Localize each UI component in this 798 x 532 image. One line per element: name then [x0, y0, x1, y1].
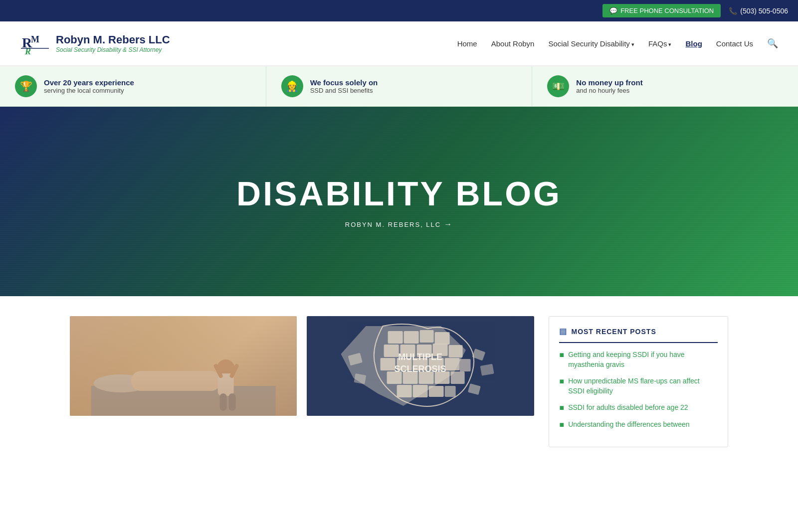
feature-experience: 🏆 Over 20 years experience serving the l… — [0, 66, 266, 106]
feature-fees-title: No money up front — [576, 78, 642, 87]
nav-contact[interactable]: Contact Us — [716, 39, 753, 48]
hero-title: DISABILITY BLOG — [236, 174, 562, 213]
svg-rect-31 — [419, 371, 434, 384]
svg-rect-41 — [480, 364, 494, 376]
main-nav: Home About Robyn Social Security Disabil… — [457, 38, 778, 49]
blog-image-person — [70, 316, 297, 416]
chat-icon: 💬 — [609, 7, 617, 14]
bullet-icon-3: ■ — [559, 403, 564, 412]
svg-rect-29 — [387, 371, 402, 384]
logo-text: Robyn M. Rebers LLC Social Security Disa… — [56, 33, 170, 53]
svg-rect-8 — [218, 373, 234, 396]
phone-display: 📞 (503) 505-0506 — [729, 7, 788, 15]
sidebar-card-title: ▤ MOST RECENT POSTS — [559, 327, 718, 343]
nav-blog[interactable]: Blog — [685, 39, 702, 48]
feature-experience-sub: serving the local community — [44, 87, 134, 94]
feature-fees: 💵 No money up front and no hourly fees — [532, 66, 798, 106]
hero-section: DISABILITY BLOG ROBYN M. REBERS, LLC → — [0, 107, 798, 296]
svg-rect-6 — [131, 371, 221, 391]
sidebar: ▤ MOST RECENT POSTS ■ Getting and keepin… — [549, 316, 728, 447]
money-icon: 💵 — [547, 75, 569, 97]
sidebar-post-link-3[interactable]: SSDI for adults disabled before age 22 — [568, 403, 688, 413]
search-icon[interactable]: 🔍 — [767, 38, 778, 49]
svg-rect-25 — [413, 358, 428, 370]
svg-rect-17 — [435, 332, 450, 345]
sidebar-post-link-1[interactable]: Getting and keeping SSDI if you have mya… — [568, 350, 718, 369]
svg-rect-30 — [403, 371, 418, 384]
svg-rect-35 — [413, 385, 428, 397]
svg-rect-27 — [445, 358, 460, 370]
sidebar-title-text: MOST RECENT POSTS — [571, 328, 656, 336]
feature-experience-title: Over 20 years experience — [44, 78, 134, 87]
breadcrumb-arrow: → — [444, 220, 453, 229]
sidebar-post-2[interactable]: ■ How unpredictable MS flare-ups can aff… — [559, 376, 718, 396]
svg-rect-14 — [388, 331, 403, 344]
svg-line-10 — [232, 366, 237, 376]
nav-ssd[interactable]: Social Security Disability — [548, 39, 634, 48]
nav-faqs[interactable]: FAQs — [648, 39, 672, 48]
svg-rect-38 — [348, 353, 363, 366]
worker-icon: 👷 — [281, 75, 303, 97]
breadcrumb-link[interactable]: ROBYN M. REBERS, LLC — [345, 221, 441, 228]
svg-rect-20 — [417, 345, 432, 357]
hero-breadcrumb: ROBYN M. REBERS, LLC → — [345, 220, 453, 229]
svg-rect-16 — [420, 330, 434, 343]
nav-home[interactable]: Home — [457, 39, 477, 48]
phone-icon: 📞 — [729, 7, 737, 15]
logo-title: Robyn M. Rebers LLC — [56, 33, 170, 46]
svg-rect-15 — [404, 331, 419, 344]
svg-text:MULTIPLE: MULTIPLE — [399, 352, 443, 362]
feature-focus-sub: SSD and SSI benefits — [310, 87, 378, 94]
list-icon: ▤ — [559, 327, 567, 336]
svg-rect-21 — [433, 344, 448, 356]
consultation-button[interactable]: 💬 FREE PHONE CONSULTATION — [602, 4, 721, 17]
svg-rect-11 — [220, 393, 227, 411]
logo-icon: R M R — [20, 28, 50, 58]
svg-rect-23 — [381, 358, 396, 370]
logo-subtitle: Social Security Disability & SSI Attorne… — [56, 46, 170, 53]
bullet-icon-1: ■ — [559, 351, 564, 359]
recent-posts-card: ▤ MOST RECENT POSTS ■ Getting and keepin… — [549, 316, 728, 447]
top-bar: 💬 FREE PHONE CONSULTATION 📞 (503) 505-05… — [0, 0, 798, 21]
sidebar-post-link-2[interactable]: How unpredictable MS flare-ups can affec… — [568, 376, 718, 396]
trophy-icon: 🏆 — [15, 75, 37, 97]
ms-illustration: MULTIPLE SCLEROSIS — [307, 316, 534, 416]
svg-rect-39 — [354, 373, 367, 384]
person-illustration — [70, 316, 297, 416]
svg-rect-28 — [460, 359, 471, 371]
svg-rect-36 — [429, 386, 444, 397]
blog-posts-area: MULTIPLE SCLEROSIS — [70, 316, 534, 447]
blog-card-1 — [70, 316, 297, 447]
blog-image-ms: MULTIPLE SCLEROSIS — [307, 316, 534, 416]
svg-text:SCLEROSIS: SCLEROSIS — [395, 364, 446, 374]
nav-about[interactable]: About Robyn — [491, 39, 535, 48]
logo-area[interactable]: R M R Robyn M. Rebers LLC Social Securit… — [20, 28, 170, 58]
svg-text:R: R — [24, 46, 31, 56]
svg-point-5 — [94, 374, 149, 392]
feature-fees-sub: and no hourly fees — [576, 87, 642, 94]
consultation-label: FREE PHONE CONSULTATION — [620, 7, 714, 14]
svg-rect-32 — [435, 371, 450, 384]
feature-focus-text: We focus solely on SSD and SSI benefits — [310, 78, 378, 94]
svg-rect-26 — [429, 358, 444, 370]
svg-line-9 — [216, 366, 221, 376]
svg-point-7 — [217, 359, 235, 377]
svg-rect-12 — [229, 393, 236, 411]
site-header: R M R Robyn M. Rebers LLC Social Securit… — [0, 21, 798, 66]
sidebar-post-link-4[interactable]: Understanding the differences between — [568, 420, 689, 430]
feature-experience-text: Over 20 years experience serving the loc… — [44, 78, 134, 94]
sidebar-post-1[interactable]: ■ Getting and keeping SSDI if you have m… — [559, 350, 718, 369]
feature-focus: 👷 We focus solely on SSD and SSI benefit… — [266, 66, 533, 106]
bullet-icon-2: ■ — [559, 377, 564, 386]
sidebar-post-4[interactable]: ■ Understanding the differences between — [559, 420, 718, 430]
sidebar-post-3[interactable]: ■ SSDI for adults disabled before age 22 — [559, 403, 718, 413]
svg-rect-19 — [400, 345, 415, 357]
features-bar: 🏆 Over 20 years experience serving the l… — [0, 66, 798, 107]
main-content: MULTIPLE SCLEROSIS ▤ MOST RECENT POSTS ■… — [50, 296, 748, 467]
svg-rect-22 — [449, 345, 463, 357]
bullet-icon-4: ■ — [559, 420, 564, 429]
phone-number: (503) 505-0506 — [740, 7, 788, 15]
svg-rect-33 — [451, 371, 465, 384]
svg-rect-18 — [384, 345, 399, 357]
svg-rect-24 — [397, 358, 412, 370]
